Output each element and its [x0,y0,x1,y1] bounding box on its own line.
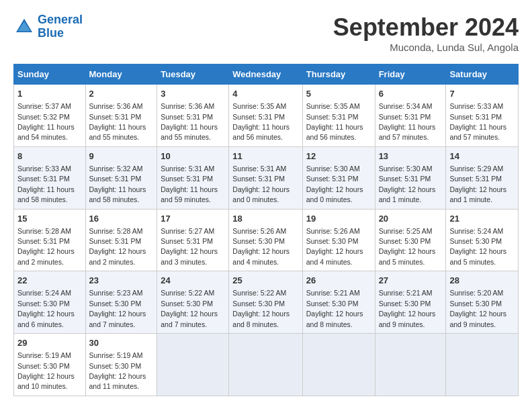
day-number: 26 [306,275,371,287]
day-info: Sunrise: 5:32 AMSunset: 5:31 PMDaylight:… [89,165,146,203]
calendar-week-row: 1 Sunrise: 5:37 AMSunset: 5:32 PMDayligh… [14,85,519,147]
day-number: 10 [161,150,225,163]
calendar-cell: 11 Sunrise: 5:31 AMSunset: 5:31 PMDaylig… [229,146,302,209]
calendar-cell: 2 Sunrise: 5:36 AMSunset: 5:31 PMDayligh… [85,85,157,147]
calendar-cell: 25 Sunrise: 5:22 AMSunset: 5:30 PMDaylig… [229,271,302,334]
day-number: 5 [306,88,371,100]
day-info: Sunrise: 5:36 AMSunset: 5:31 PMDaylight:… [161,102,218,141]
calendar-cell: 19 Sunrise: 5:26 AMSunset: 5:30 PMDaylig… [302,209,375,271]
logo-icon [13,16,35,38]
calendar-cell: 5 Sunrise: 5:35 AMSunset: 5:31 PMDayligh… [302,85,375,147]
day-info: Sunrise: 5:31 AMSunset: 5:31 PMDaylight:… [161,165,218,203]
day-number: 14 [449,150,515,163]
day-number: 24 [161,275,225,287]
day-number: 11 [232,150,298,163]
day-info: Sunrise: 5:24 AMSunset: 5:30 PMDaylight:… [17,289,75,328]
calendar-cell: 8 Sunrise: 5:33 AMSunset: 5:31 PMDayligh… [14,146,86,209]
calendar-cell: 29 Sunrise: 5:19 AMSunset: 5:30 PMDaylig… [14,334,86,396]
col-sunday: Sunday [14,64,86,85]
calendar-cell: 23 Sunrise: 5:23 AMSunset: 5:30 PMDaylig… [85,271,157,334]
day-number: 2 [89,88,154,100]
calendar-cell: 14 Sunrise: 5:29 AMSunset: 5:31 PMDaylig… [446,146,519,209]
day-number: 18 [232,213,298,225]
day-info: Sunrise: 5:22 AMSunset: 5:30 PMDaylight:… [232,289,290,328]
calendar-week-row: 15 Sunrise: 5:28 AMSunset: 5:31 PMDaylig… [14,209,519,271]
day-info: Sunrise: 5:27 AMSunset: 5:31 PMDaylight:… [161,227,218,266]
day-info: Sunrise: 5:22 AMSunset: 5:30 PMDaylight:… [161,289,218,328]
calendar-cell [302,334,375,396]
calendar-cell [157,334,229,396]
day-info: Sunrise: 5:26 AMSunset: 5:30 PMDaylight:… [232,227,290,266]
day-number: 17 [161,213,225,225]
day-number: 13 [379,150,443,163]
calendar-week-row: 22 Sunrise: 5:24 AMSunset: 5:30 PMDaylig… [14,271,519,334]
day-info: Sunrise: 5:28 AMSunset: 5:31 PMDaylight:… [89,227,146,266]
day-info: Sunrise: 5:35 AMSunset: 5:31 PMDaylight:… [306,102,363,141]
day-number: 8 [17,150,82,163]
calendar-cell: 18 Sunrise: 5:26 AMSunset: 5:30 PMDaylig… [229,209,302,271]
calendar-cell: 26 Sunrise: 5:21 AMSunset: 5:30 PMDaylig… [302,271,375,334]
col-tuesday: Tuesday [157,64,229,85]
day-info: Sunrise: 5:30 AMSunset: 5:31 PMDaylight:… [379,165,436,203]
calendar-cell [229,334,302,396]
calendar-cell: 4 Sunrise: 5:35 AMSunset: 5:31 PMDayligh… [229,85,302,147]
calendar-cell: 22 Sunrise: 5:24 AMSunset: 5:30 PMDaylig… [14,271,86,334]
calendar-title: September 2024 [333,13,519,42]
day-number: 30 [89,337,154,349]
day-info: Sunrise: 5:34 AMSunset: 5:31 PMDaylight:… [379,102,436,141]
day-info: Sunrise: 5:30 AMSunset: 5:31 PMDaylight:… [306,165,363,203]
page-header: General Blue September 2024 Muconda, Lun… [13,13,519,53]
calendar-cell: 1 Sunrise: 5:37 AMSunset: 5:32 PMDayligh… [14,85,86,147]
day-number: 16 [89,213,154,225]
day-number: 19 [306,213,371,225]
calendar-table: Sunday Monday Tuesday Wednesday Thursday… [13,64,519,396]
day-info: Sunrise: 5:19 AMSunset: 5:30 PMDaylight:… [89,351,146,390]
day-info: Sunrise: 5:33 AMSunset: 5:31 PMDaylight:… [17,165,75,203]
calendar-cell: 15 Sunrise: 5:28 AMSunset: 5:31 PMDaylig… [14,209,86,271]
calendar-cell: 9 Sunrise: 5:32 AMSunset: 5:31 PMDayligh… [85,146,157,209]
col-saturday: Saturday [446,64,519,85]
calendar-week-row: 8 Sunrise: 5:33 AMSunset: 5:31 PMDayligh… [14,146,519,209]
day-info: Sunrise: 5:21 AMSunset: 5:30 PMDaylight:… [306,289,363,328]
day-info: Sunrise: 5:28 AMSunset: 5:31 PMDaylight:… [17,227,75,266]
day-number: 28 [449,275,515,287]
day-info: Sunrise: 5:24 AMSunset: 5:30 PMDaylight:… [449,227,506,266]
day-number: 29 [17,337,82,349]
day-number: 22 [17,275,82,287]
calendar-cell: 12 Sunrise: 5:30 AMSunset: 5:31 PMDaylig… [302,146,375,209]
calendar-cell: 16 Sunrise: 5:28 AMSunset: 5:31 PMDaylig… [85,209,157,271]
calendar-cell [446,334,519,396]
day-number: 1 [17,88,82,100]
day-number: 3 [161,88,225,100]
calendar-cell: 13 Sunrise: 5:30 AMSunset: 5:31 PMDaylig… [375,146,446,209]
day-info: Sunrise: 5:19 AMSunset: 5:30 PMDaylight:… [17,351,75,390]
calendar-cell: 17 Sunrise: 5:27 AMSunset: 5:31 PMDaylig… [157,209,229,271]
logo: General Blue [13,13,83,40]
col-friday: Friday [375,64,446,85]
calendar-cell: 21 Sunrise: 5:24 AMSunset: 5:30 PMDaylig… [446,209,519,271]
day-number: 20 [379,213,443,225]
day-info: Sunrise: 5:21 AMSunset: 5:30 PMDaylight:… [379,289,436,328]
day-info: Sunrise: 5:31 AMSunset: 5:31 PMDaylight:… [232,165,290,203]
day-info: Sunrise: 5:20 AMSunset: 5:30 PMDaylight:… [449,289,506,328]
day-info: Sunrise: 5:35 AMSunset: 5:31 PMDaylight:… [232,102,290,141]
calendar-cell: 10 Sunrise: 5:31 AMSunset: 5:31 PMDaylig… [157,146,229,209]
title-block: September 2024 Muconda, Lunda Sul, Angol… [333,13,519,53]
day-info: Sunrise: 5:33 AMSunset: 5:31 PMDaylight:… [449,102,506,141]
calendar-subtitle: Muconda, Lunda Sul, Angola [333,42,519,53]
calendar-cell: 7 Sunrise: 5:33 AMSunset: 5:31 PMDayligh… [446,85,519,147]
day-number: 21 [449,213,515,225]
calendar-cell: 27 Sunrise: 5:21 AMSunset: 5:30 PMDaylig… [375,271,446,334]
day-number: 23 [89,275,154,287]
calendar-cell [375,334,446,396]
calendar-week-row: 29 Sunrise: 5:19 AMSunset: 5:30 PMDaylig… [14,334,519,396]
day-number: 25 [232,275,298,287]
calendar-cell: 24 Sunrise: 5:22 AMSunset: 5:30 PMDaylig… [157,271,229,334]
col-monday: Monday [85,64,157,85]
day-info: Sunrise: 5:36 AMSunset: 5:31 PMDaylight:… [89,102,146,141]
day-info: Sunrise: 5:26 AMSunset: 5:30 PMDaylight:… [306,227,363,266]
day-number: 27 [379,275,443,287]
calendar-cell: 28 Sunrise: 5:20 AMSunset: 5:30 PMDaylig… [446,271,519,334]
day-number: 6 [379,88,443,100]
day-number: 12 [306,150,371,163]
